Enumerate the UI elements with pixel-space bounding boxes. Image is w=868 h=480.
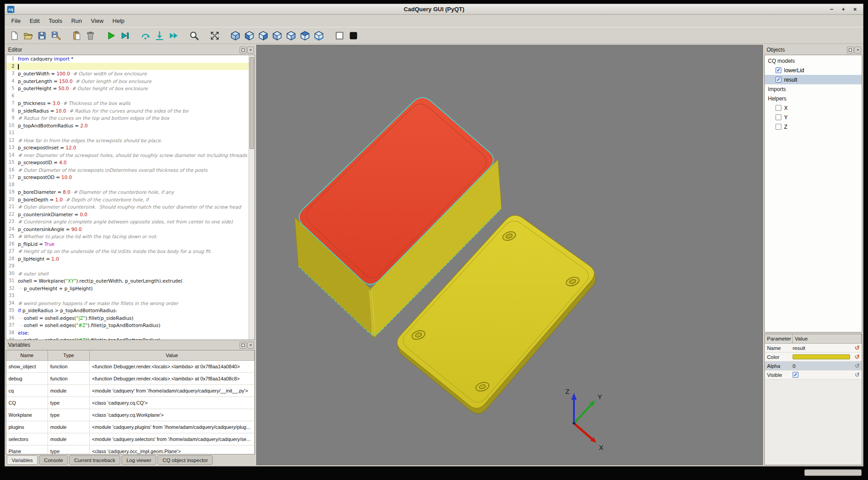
shaded-button[interactable] xyxy=(347,29,359,42)
cell: function xyxy=(48,373,90,384)
cell: selectors xyxy=(6,433,48,445)
menubar: FileEditToolsRunViewHelp xyxy=(5,15,863,27)
param-value[interactable]: ✓ xyxy=(793,372,853,378)
tab-current-traceback[interactable]: Current traceback xyxy=(69,455,120,465)
toolbar-separator xyxy=(181,29,186,42)
line-number: 23 xyxy=(6,218,18,226)
param-value[interactable]: 0 xyxy=(793,363,853,369)
line-number: 33 xyxy=(6,292,18,300)
menu-run[interactable]: Run xyxy=(67,16,87,26)
tree-group-cq-models[interactable]: CQ models xyxy=(765,56,862,65)
code-line: 23# Countersink angle (complete angle be… xyxy=(6,218,254,226)
reset-button[interactable]: ↺ xyxy=(853,345,862,351)
param-value[interactable] xyxy=(793,354,853,359)
table-row[interactable]: debugfunction<function Debugger.render.<… xyxy=(6,373,254,385)
delete-button[interactable] xyxy=(84,29,96,42)
checkbox[interactable] xyxy=(776,124,781,130)
view-iso-button[interactable] xyxy=(229,29,241,42)
tree-item-lowerlid[interactable]: ✓lowerLid xyxy=(765,65,862,75)
debug-button[interactable] xyxy=(118,29,131,42)
objects-close-button[interactable]: × xyxy=(855,47,861,53)
save-as-button[interactable] xyxy=(49,29,62,42)
continue-button[interactable] xyxy=(167,29,180,42)
table-row[interactable]: selectorsmodule<module 'cadquery.selecto… xyxy=(6,433,254,445)
checkbox[interactable]: ✓ xyxy=(776,67,781,73)
view-back-button[interactable] xyxy=(257,29,269,42)
tree-item-y[interactable]: Y xyxy=(765,113,862,122)
code-line: 26p_flipLid = True xyxy=(6,240,254,248)
table-row[interactable]: Workplanetype<class 'cadquery.cq.Workpla… xyxy=(6,409,254,421)
objects-float-button[interactable] xyxy=(847,47,854,53)
variables-close-button[interactable]: × xyxy=(247,342,254,349)
save-button[interactable] xyxy=(35,29,48,42)
variables-float-button[interactable] xyxy=(240,342,246,349)
checkbox[interactable]: ✓ xyxy=(776,77,781,83)
view-top-button[interactable] xyxy=(298,29,311,42)
cell: module xyxy=(48,385,90,397)
editor-scrollbar[interactable] xyxy=(249,55,254,340)
step-into-icon xyxy=(154,31,165,41)
table-row[interactable]: cqmodule<module 'cadquery' from '/home/a… xyxy=(6,385,254,397)
table-row[interactable]: show_objectfunction<function Debugger.re… xyxy=(6,361,254,373)
menu-edit[interactable]: Edit xyxy=(25,16,44,26)
minimize-button[interactable]: − xyxy=(828,6,835,13)
editor-panel-header: Editor × xyxy=(6,45,255,55)
fit-all-button[interactable] xyxy=(208,29,221,42)
run-button[interactable] xyxy=(105,29,117,42)
param-value[interactable]: result xyxy=(793,345,853,351)
editor-float-button[interactable] xyxy=(240,47,246,53)
line-number: 32 xyxy=(6,285,18,292)
view-front-button[interactable] xyxy=(243,29,255,42)
run-icon xyxy=(106,31,116,41)
step-into-button[interactable] xyxy=(153,29,166,42)
checkbox[interactable] xyxy=(776,105,781,111)
view-left-button[interactable] xyxy=(271,29,283,42)
code-line: 19p_boreDiameter = 8.0··# Diameter of th… xyxy=(6,188,254,196)
axis-z-label: Z xyxy=(566,388,570,395)
menu-file[interactable]: File xyxy=(7,16,25,26)
menu-view[interactable]: View xyxy=(87,16,108,26)
reset-button[interactable]: ↺ xyxy=(853,371,862,378)
code-line: 36····oshell = oshell.edges("|Z").fillet… xyxy=(6,314,254,322)
reset-button[interactable]: ↺ xyxy=(853,362,862,369)
wireframe-button[interactable] xyxy=(333,29,346,42)
tree-item-x[interactable]: X xyxy=(765,103,862,113)
code-lines: 1from cadquery import *23p_outerWidth = … xyxy=(6,55,254,340)
color-swatch[interactable] xyxy=(793,354,850,359)
menu-tools[interactable]: Tools xyxy=(44,16,66,26)
zoom-button[interactable] xyxy=(188,29,200,42)
paste-button[interactable] xyxy=(70,29,83,42)
view-bottom-button[interactable] xyxy=(312,29,325,42)
tree-item-z[interactable]: Z xyxy=(765,122,862,131)
step-over-button[interactable] xyxy=(139,29,152,42)
table-row[interactable]: CQtype<class 'cadquery.cq.CQ'> xyxy=(6,397,254,409)
viewport-3d[interactable]: Z Y X xyxy=(256,45,763,465)
line-number: 3 xyxy=(6,70,18,78)
table-row[interactable]: pluginsmodule<module 'cadquery.plugins' … xyxy=(6,421,254,433)
scrollbar-thumb[interactable] xyxy=(250,57,254,149)
objects-panel-title: Objects xyxy=(767,47,785,53)
checkbox[interactable] xyxy=(776,114,781,120)
tab-log-viewer[interactable]: Log viewer xyxy=(122,455,157,465)
menu-help[interactable]: Help xyxy=(108,16,129,26)
tab-cq-object-inspector[interactable]: CQ object inspector xyxy=(158,455,213,465)
text-cursor xyxy=(18,64,19,70)
tree-group-helpers[interactable]: Helpers xyxy=(765,94,862,103)
table-row[interactable]: Planetype<class 'cadquery.occ_impl.geom.… xyxy=(6,445,254,454)
tree-item-result[interactable]: ✓result xyxy=(765,75,862,84)
checkbox[interactable]: ✓ xyxy=(793,372,798,378)
code-line: 6 xyxy=(6,92,254,100)
tab-variables[interactable]: Variables xyxy=(7,455,38,465)
view-right-button[interactable] xyxy=(285,29,297,42)
reset-button[interactable]: ↺ xyxy=(853,353,862,360)
new-file-button[interactable] xyxy=(8,29,20,42)
cell: <function Debugger.render.<locals>.<lamb… xyxy=(90,361,254,372)
tab-console[interactable]: Console xyxy=(39,455,68,465)
maximize-button[interactable]: + xyxy=(840,6,847,13)
paste-icon xyxy=(71,31,82,41)
close-button[interactable]: × xyxy=(851,6,859,13)
code-editor[interactable]: 1from cadquery import *23p_outerWidth = … xyxy=(6,55,255,340)
editor-close-button[interactable]: × xyxy=(247,47,254,53)
open-file-button[interactable] xyxy=(22,29,34,42)
tree-group-imports[interactable]: Imports xyxy=(765,84,862,94)
